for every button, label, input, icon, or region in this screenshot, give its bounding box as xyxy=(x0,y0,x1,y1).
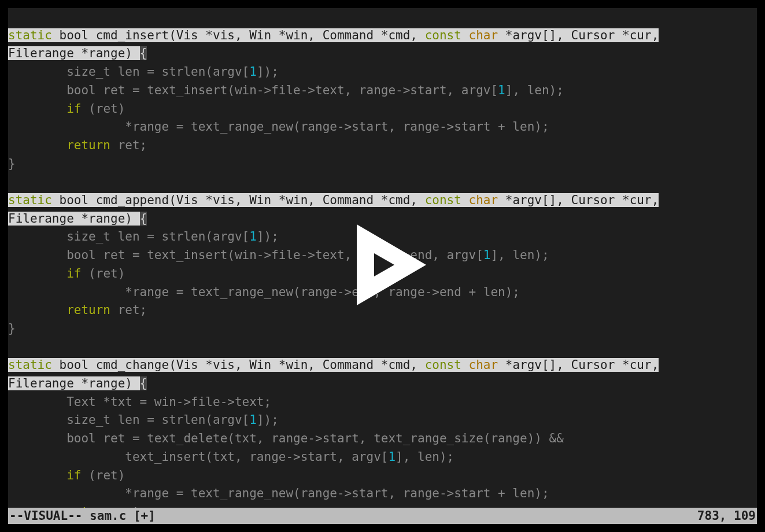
type-char: char xyxy=(469,358,498,372)
selection: static bool cmd_insert(Vis *vis, Win *wi… xyxy=(8,28,659,42)
keyword-const: const xyxy=(425,193,461,207)
modified-flag: [+] xyxy=(134,509,156,523)
code-line xyxy=(8,303,66,317)
keyword-static: static xyxy=(8,193,52,207)
brace-highlight: { xyxy=(140,212,147,226)
play-icon xyxy=(325,207,441,323)
code-line: } xyxy=(8,322,16,335)
code-line: size_t len = strlen(argv[ xyxy=(8,413,249,427)
code-line xyxy=(8,468,66,482)
code-line: Text *txt = win->file->text; xyxy=(8,395,271,409)
code-line: *range = text_range_new(range->start, ra… xyxy=(8,120,549,134)
code-line: size_t len = strlen(argv[ xyxy=(8,65,249,79)
status-bar: --VISUAL-- sam.c [+] 783, 109 xyxy=(8,508,757,524)
keyword-static: static xyxy=(8,358,52,372)
type-char: char xyxy=(469,28,498,42)
code-line xyxy=(8,102,66,116)
cursor-position: 783, 109 xyxy=(697,508,756,524)
selection: Filerange *range) xyxy=(8,376,140,390)
code-line: } xyxy=(8,157,16,171)
code-line: text_insert(txt, range->start, argv[ xyxy=(8,450,388,464)
mode-indicator: --VISUAL-- xyxy=(9,509,82,523)
selection: static bool cmd_change(Vis *vis, Win *wi… xyxy=(8,358,659,372)
code-line: *range = text_range_new(range->start, ra… xyxy=(8,486,549,500)
filename: sam.c xyxy=(90,509,126,523)
play-button[interactable] xyxy=(325,207,441,325)
code-line: size_t len = strlen(argv[ xyxy=(8,230,249,243)
brace-highlight: { xyxy=(140,46,147,60)
selection: static bool cmd_append(Vis *vis, Win *wi… xyxy=(8,193,659,207)
code-line: bool ret = text_insert(win->file->text, … xyxy=(8,83,498,97)
code-line xyxy=(8,138,66,152)
status-left: --VISUAL-- sam.c [+] xyxy=(9,508,156,524)
selection: Filerange *range) xyxy=(8,46,140,60)
selection: Filerange *range) xyxy=(8,212,140,226)
keyword-static: static xyxy=(8,28,52,42)
code-line: bool ret = text_delete(txt, range->start… xyxy=(8,431,564,445)
keyword-const: const xyxy=(425,358,461,372)
brace-highlight: { xyxy=(140,376,147,390)
type-char: char xyxy=(469,193,498,207)
code-line: *range = text_range_new(range->end, rang… xyxy=(8,285,520,299)
code-line xyxy=(8,267,66,280)
keyword-const: const xyxy=(425,28,461,42)
